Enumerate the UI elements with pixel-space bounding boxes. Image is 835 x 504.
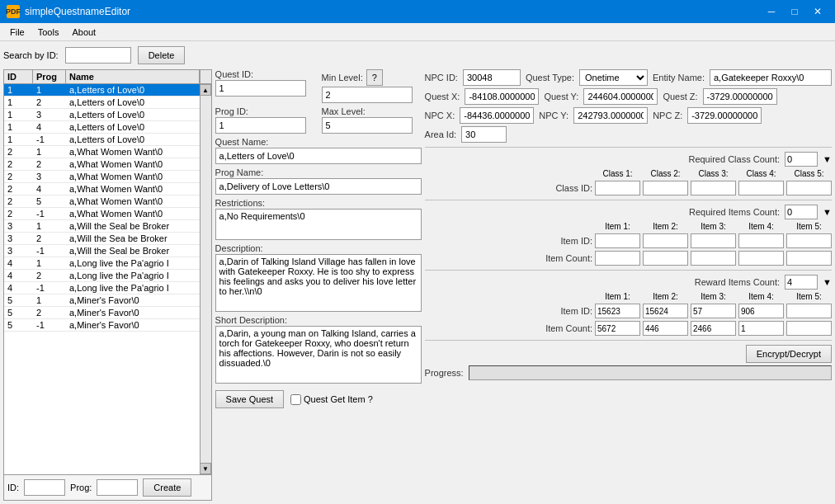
- table-row[interactable]: 3 2 a,Will the Sea be Broker: [4, 233, 200, 245]
- table-row[interactable]: 1 4 a,Letters of Love\0: [4, 121, 200, 134]
- table-row[interactable]: 1 -1 a,Letters of Love\0: [4, 134, 200, 146]
- reward-item-count-1[interactable]: [595, 321, 640, 336]
- area-id-label: Area Id:: [425, 130, 457, 139]
- item-id-1[interactable]: [595, 233, 640, 248]
- scrollbar[interactable]: ▲ ▼: [200, 84, 211, 474]
- npc-id-input[interactable]: [463, 69, 521, 86]
- cell-name: a,Miner's Favor\0: [66, 294, 200, 306]
- max-level-input[interactable]: [322, 117, 413, 134]
- item-count-2[interactable]: [643, 251, 688, 266]
- prog-id-max-level-row: Prog ID: Max Level:: [215, 106, 422, 134]
- table-row[interactable]: 4 2 a,Long live the Pa'agrio I: [4, 270, 200, 282]
- cell-name: a,Will the Sea be Broker: [66, 233, 200, 244]
- table-row[interactable]: 3 -1 a,Will the Seal be Broker: [4, 245, 200, 257]
- id-input[interactable]: [24, 479, 65, 496]
- table-row[interactable]: 5 -1 a,Miner's Favor\0: [4, 319, 200, 332]
- min-level-input[interactable]: [322, 87, 413, 103]
- restrictions-textarea[interactable]: a,No Requirements\0: [215, 209, 422, 240]
- prog-id-input[interactable]: [215, 117, 306, 134]
- reward-item-count-2[interactable]: [643, 321, 688, 336]
- cell-prog: 1: [33, 220, 66, 232]
- table-row[interactable]: 2 5 a,What Women Want\0: [4, 195, 200, 208]
- cell-name: a,What Women Want\0: [66, 183, 200, 195]
- encrypt-decrypt-button[interactable]: Encrypt/Decrypt: [746, 345, 832, 363]
- item-id-2[interactable]: [643, 233, 688, 248]
- short-desc-textarea[interactable]: a,Darin, a young man on Talking Island, …: [215, 326, 422, 384]
- table-row[interactable]: 5 1 a,Miner's Favor\0: [4, 294, 200, 307]
- reward-item-id-5[interactable]: [786, 304, 832, 318]
- table-row[interactable]: 4 1 a,Long live the Pa'agrio I: [4, 257, 200, 270]
- create-button[interactable]: Create: [143, 478, 191, 497]
- help-button[interactable]: ?: [366, 69, 383, 86]
- npc-y-input[interactable]: [573, 107, 648, 124]
- item-count-1[interactable]: [595, 251, 640, 266]
- menu-about[interactable]: About: [65, 26, 102, 39]
- table-row[interactable]: 2 1 a,What Women Want\0: [4, 146, 200, 158]
- quest-get-item-checkbox[interactable]: [290, 394, 301, 405]
- class-id-3[interactable]: [691, 181, 736, 195]
- item-count-4[interactable]: [738, 251, 784, 266]
- npc-z-input[interactable]: [687, 107, 762, 124]
- reward-item-count-5[interactable]: [786, 321, 832, 336]
- item-count-5[interactable]: [786, 251, 832, 266]
- menu-file[interactable]: File: [3, 26, 31, 39]
- item-id-5[interactable]: [786, 233, 832, 248]
- reward-item-id-2[interactable]: [643, 304, 688, 318]
- cell-name: a,Miner's Favor\0: [66, 307, 200, 318]
- scroll-down[interactable]: ▼: [200, 463, 211, 474]
- search-input[interactable]: [65, 47, 131, 64]
- table-row[interactable]: 2 -1 a,What Women Want\0: [4, 208, 200, 220]
- reward-item-id-4[interactable]: [738, 304, 784, 318]
- quest-x-input[interactable]: [465, 88, 539, 105]
- npc-id-label: NPC ID:: [425, 73, 458, 82]
- class-id-2[interactable]: [643, 181, 688, 195]
- reward-items-count-input[interactable]: [785, 275, 818, 290]
- menu-tools[interactable]: Tools: [31, 26, 66, 39]
- area-id-input[interactable]: [461, 126, 507, 143]
- scroll-up[interactable]: ▲: [200, 84, 211, 96]
- quest-z-input[interactable]: [703, 88, 777, 105]
- item-id-4[interactable]: [738, 233, 784, 248]
- req-items-count-input[interactable]: [785, 205, 818, 219]
- table-row[interactable]: 3 1 a,Will the Seal be Broker: [4, 220, 200, 233]
- quest-id-input[interactable]: [215, 80, 306, 97]
- npc-x-input[interactable]: [460, 107, 534, 124]
- quest-name-input[interactable]: [215, 148, 422, 164]
- req-items-count-dropdown-icon[interactable]: ▼: [823, 207, 832, 217]
- cell-name: a,Letters of Love\0: [66, 97, 200, 108]
- class-id-row: Class ID:: [425, 181, 832, 195]
- delete-button[interactable]: Delete: [138, 46, 186, 64]
- table-row[interactable]: 5 2 a,Miner's Favor\0: [4, 307, 200, 319]
- save-quest-button[interactable]: Save Quest: [215, 390, 284, 408]
- req-class-count-dropdown-icon[interactable]: ▼: [823, 154, 832, 164]
- maximize-button[interactable]: □: [784, 3, 805, 20]
- quest-y-input[interactable]: [583, 88, 658, 105]
- table-row[interactable]: 2 3 a,What Women Want\0: [4, 171, 200, 183]
- class-id-4[interactable]: [738, 181, 784, 195]
- reward-item-count-3[interactable]: [691, 321, 736, 336]
- item-id-3[interactable]: [691, 233, 736, 248]
- class-id-1[interactable]: [595, 181, 640, 195]
- class-id-5[interactable]: [786, 181, 832, 195]
- entity-name-input[interactable]: [710, 69, 832, 86]
- minimize-button[interactable]: ─: [761, 3, 782, 20]
- restrictions-group: Restrictions: a,No Requirements\0: [215, 198, 422, 240]
- quest-type-select[interactable]: Onetime Repeatable Daily: [579, 69, 648, 86]
- close-button[interactable]: ✕: [807, 3, 828, 20]
- table-row[interactable]: 2 4 a,What Women Want\0: [4, 183, 200, 195]
- reward-item-id-1[interactable]: [595, 304, 640, 318]
- item-count-3[interactable]: [691, 251, 736, 266]
- table-row[interactable]: 4 -1 a,Long live the Pa'agrio I: [4, 282, 200, 294]
- reward-item-id-3[interactable]: [691, 304, 736, 318]
- app-icon: PDF: [7, 5, 20, 18]
- table-row[interactable]: 2 2 a,What Women Want\0: [4, 158, 200, 171]
- prog-name-input[interactable]: [215, 178, 422, 195]
- table-row[interactable]: 1 2 a,Letters of Love\0: [4, 97, 200, 109]
- reward-item-count-4[interactable]: [738, 321, 784, 336]
- req-class-count-input[interactable]: [785, 152, 818, 167]
- description-textarea[interactable]: a,Darin of Talking Island Village has fa…: [215, 254, 422, 312]
- reward-items-count-dropdown-icon[interactable]: ▼: [823, 277, 832, 287]
- table-row[interactable]: 1 3 a,Letters of Love\0: [4, 109, 200, 121]
- table-row[interactable]: 1 1 a,Letters of Love\0: [4, 84, 200, 97]
- prog-input[interactable]: [97, 479, 138, 496]
